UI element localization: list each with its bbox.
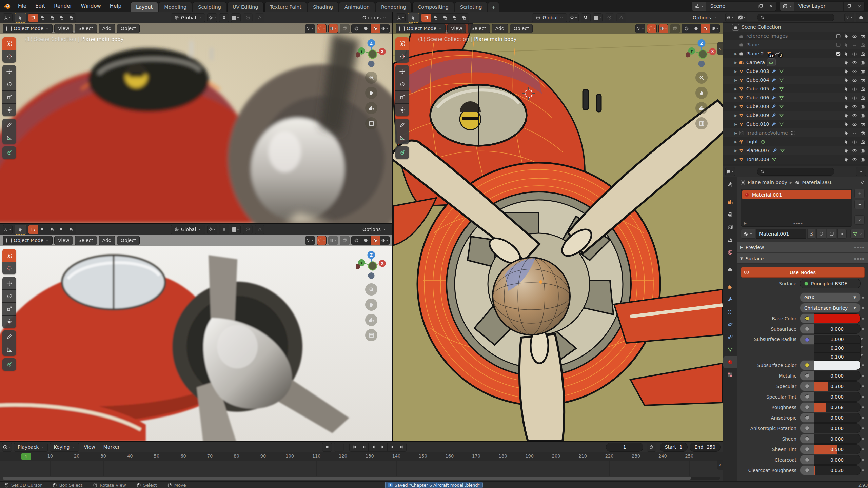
- hide-toggle[interactable]: [852, 51, 857, 57]
- navigation-gizmo[interactable]: Z Y X: [686, 37, 717, 68]
- outliner-row[interactable]: ▶Cube.003: [723, 67, 868, 76]
- expand-toggle[interactable]: ▶: [733, 52, 739, 56]
- frame-start-field[interactable]: Start1: [660, 443, 688, 452]
- selectable-toggle[interactable]: [844, 95, 849, 101]
- select-mode-option-2-button[interactable]: [38, 225, 47, 234]
- properties-tab-object[interactable]: [723, 281, 737, 293]
- socket-button[interactable]: [800, 455, 814, 465]
- snap-toggle-button[interactable]: [581, 13, 591, 22]
- expand-toggle[interactable]: ▶: [733, 114, 739, 117]
- camera-view-button[interactable]: [365, 314, 377, 326]
- hide-toggle[interactable]: [852, 95, 857, 101]
- shading-wireframe-button[interactable]: [682, 24, 691, 33]
- options-menu[interactable]: Options: [359, 225, 390, 234]
- properties-tab-view-layer[interactable]: [723, 221, 737, 233]
- properties-tab-object-data[interactable]: [723, 343, 737, 356]
- zoom-view-button[interactable]: [695, 72, 708, 84]
- panel-preview[interactable]: ▶Preview▪▪▪▪: [737, 242, 868, 252]
- gizmos-dropdown[interactable]: [647, 24, 657, 33]
- socket-button[interactable]: [800, 423, 814, 433]
- outliner-row[interactable]: ▶Light: [723, 137, 868, 146]
- proportional-editing-button[interactable]: [605, 13, 614, 22]
- select-mode-set-button[interactable]: [28, 225, 38, 234]
- tool-rotate-button[interactable]: [2, 290, 16, 303]
- properties-tab-world[interactable]: [723, 246, 737, 259]
- object-visibility-dropdown[interactable]: [305, 236, 315, 245]
- subsurface-radius-value-1[interactable]: 0.200: [814, 344, 861, 352]
- tool-addcube-button[interactable]: [2, 146, 16, 159]
- material-slot-list[interactable]: Material.001 ▶▪▪▪▪: [741, 189, 852, 227]
- select-mode-option-4-button[interactable]: [57, 225, 66, 234]
- select-mode-option-4-button[interactable]: [57, 14, 66, 22]
- hide-toggle[interactable]: [852, 42, 857, 48]
- tool-selbox-button[interactable]: [2, 249, 16, 262]
- viewport-menu-object[interactable]: Object: [117, 236, 140, 245]
- shading-material-button[interactable]: [701, 24, 710, 33]
- transform-orientation-dropdown[interactable]: Global: [171, 13, 205, 22]
- viewport-menu-select[interactable]: Select: [75, 236, 97, 245]
- render-visibility-toggle[interactable]: [860, 113, 865, 118]
- shading-wireframe-button[interactable]: [352, 24, 361, 33]
- hide-toggle[interactable]: [852, 139, 857, 145]
- selectable-toggle[interactable]: [844, 42, 849, 48]
- current-frame-field[interactable]: 1: [606, 443, 643, 452]
- outliner-search-input[interactable]: [757, 14, 834, 21]
- breadcrumb-material[interactable]: Material.001: [802, 180, 832, 185]
- snap-settings-dropdown[interactable]: [231, 13, 241, 22]
- outliner-row[interactable]: ▶IrradianceVolume: [723, 128, 868, 137]
- frame-end-field[interactable]: End250: [690, 443, 721, 452]
- selectable-toggle[interactable]: [844, 139, 849, 145]
- selectable-toggle[interactable]: [844, 60, 849, 65]
- viewport-menu-add[interactable]: Add: [99, 236, 115, 245]
- selectable-toggle[interactable]: [844, 86, 849, 92]
- object-visibility-dropdown[interactable]: [305, 24, 315, 33]
- menu-edit[interactable]: Edit: [31, 0, 50, 12]
- socket-button[interactable]: [800, 392, 814, 402]
- workspace-tab-scripting[interactable]: Scripting: [455, 2, 487, 12]
- editor-type-button[interactable]: [725, 167, 735, 176]
- metallic-slider[interactable]: 0.000: [814, 371, 861, 381]
- selectable-toggle[interactable]: [844, 148, 849, 154]
- specular-slider[interactable]: 0.300: [814, 381, 861, 391]
- editor-type-button[interactable]: [725, 13, 735, 22]
- view-layer-remove-button[interactable]: [854, 2, 864, 11]
- overlays-dropdown[interactable]: [658, 24, 668, 33]
- tool-cursor-button[interactable]: [2, 262, 16, 274]
- select-mode-option-3-button[interactable]: [47, 225, 57, 234]
- panel-surface[interactable]: ▼Surface▪▪▪▪: [737, 253, 868, 264]
- viewport-menu-view[interactable]: View: [447, 24, 466, 33]
- tool-annotate-button[interactable]: [395, 119, 409, 131]
- anisotropic-slider[interactable]: 0.000: [814, 413, 861, 423]
- timeline-menu-keying[interactable]: Keying: [50, 443, 79, 452]
- view-layer-copy-button[interactable]: [843, 2, 854, 11]
- xray-toggle-button[interactable]: [670, 24, 680, 33]
- workspace-tab-sculpting[interactable]: Sculpting: [193, 2, 226, 12]
- tool-measure-button[interactable]: [2, 343, 16, 356]
- collection-checkbox[interactable]: [836, 42, 841, 48]
- expand-toggle[interactable]: ▶: [733, 158, 739, 161]
- shading-solid-button[interactable]: [361, 236, 371, 245]
- shading-solid-button[interactable]: [691, 24, 701, 33]
- socket-button[interactable]: [800, 444, 814, 454]
- render-visibility-toggle[interactable]: [860, 33, 865, 39]
- pan-view-button[interactable]: [365, 87, 377, 99]
- hide-toggle[interactable]: [852, 33, 857, 39]
- expand-toggle[interactable]: ▶: [733, 149, 739, 152]
- render-visibility-toggle[interactable]: [860, 51, 865, 57]
- viewport-menu-select[interactable]: Select: [468, 24, 490, 33]
- timeline-sidebar-toggle[interactable]: ‹: [717, 460, 723, 470]
- menu-file[interactable]: File: [14, 0, 31, 12]
- add-slot-button[interactable]: [854, 189, 865, 198]
- outliner-row[interactable]: ▶Cube.005: [723, 84, 868, 93]
- render-visibility-toggle[interactable]: [860, 139, 865, 145]
- use-preview-range-button[interactable]: [647, 443, 656, 452]
- unlink-material-button[interactable]: [837, 229, 847, 239]
- fake-user-button[interactable]: [816, 229, 826, 239]
- viewport-secondary[interactable]: GlobalOptionsObject ModeViewSelectAddObj…: [0, 224, 392, 441]
- viewport-menu-select[interactable]: Select: [75, 24, 97, 33]
- options-menu[interactable]: Options: [359, 14, 390, 22]
- outliner-row[interactable]: ▶Cube.009: [723, 111, 868, 120]
- properties-tab-modifiers[interactable]: [723, 293, 737, 306]
- socket-button[interactable]: [800, 402, 814, 412]
- tool-cursor-button[interactable]: [2, 50, 16, 63]
